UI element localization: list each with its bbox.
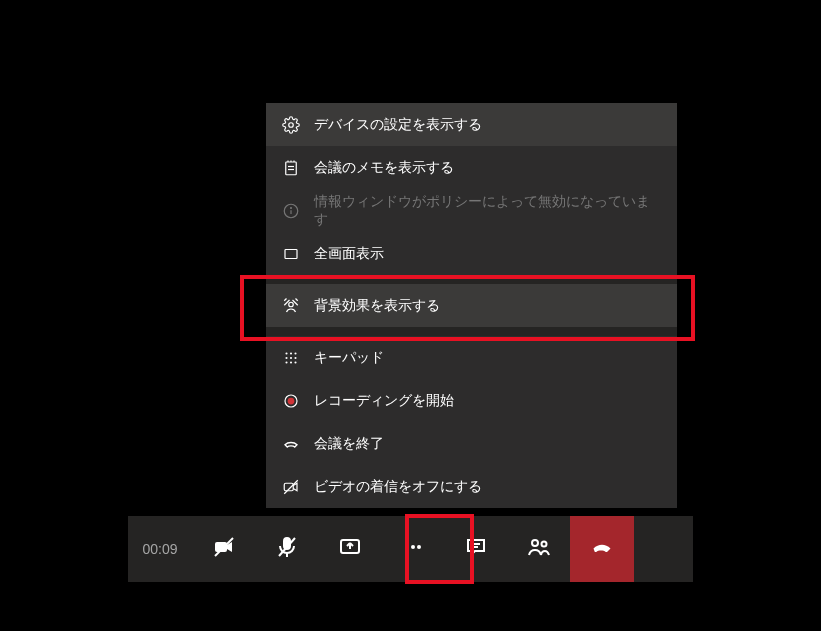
menu-end-meeting[interactable]: 会議を終了 [266, 422, 677, 465]
menu-video-incoming-off[interactable]: ビデオの着信をオフにする [266, 465, 677, 508]
keypad-icon [282, 349, 300, 367]
menu-meeting-notes[interactable]: 会議のメモを表示する [266, 146, 677, 189]
svg-point-16 [285, 352, 287, 354]
menu-item-label: ビデオの着信をオフにする [314, 478, 482, 496]
gear-icon [282, 116, 300, 134]
notes-icon [282, 159, 300, 177]
menu-item-label: デバイスの設定を表示する [314, 116, 482, 134]
svg-point-36 [411, 545, 415, 549]
svg-line-28 [284, 480, 298, 494]
share-screen-button[interactable] [318, 516, 381, 582]
menu-separator [266, 327, 677, 336]
menu-item-label: キーパッド [314, 349, 384, 367]
share-icon [338, 535, 362, 563]
background-effects-icon [282, 297, 300, 315]
svg-line-14 [296, 298, 298, 300]
svg-point-35 [405, 545, 409, 549]
video-off-icon [282, 478, 300, 496]
svg-point-24 [294, 361, 296, 363]
hangup-button[interactable] [570, 516, 634, 582]
svg-point-22 [285, 361, 287, 363]
svg-point-17 [290, 352, 292, 354]
menu-item-label: 全画面表示 [314, 245, 384, 263]
info-icon [282, 202, 300, 220]
record-icon [282, 392, 300, 410]
more-icon [401, 535, 425, 563]
mic-toggle-button[interactable] [255, 516, 318, 582]
camera-toggle-button[interactable] [192, 516, 255, 582]
svg-point-40 [532, 540, 538, 546]
call-timer: 00:09 [128, 541, 192, 557]
svg-point-41 [541, 542, 546, 547]
svg-point-0 [289, 122, 294, 127]
svg-point-18 [294, 352, 296, 354]
end-meeting-icon [282, 435, 300, 453]
chat-button[interactable] [444, 516, 507, 582]
svg-point-21 [294, 356, 296, 358]
more-actions-menu: デバイスの設定を表示する 会議のメモを表示する 情報ウィンドウがポリシーによって… [266, 103, 677, 508]
menu-item-label: 背景効果を表示する [314, 297, 440, 315]
menu-item-label: 会議のメモを表示する [314, 159, 454, 177]
svg-point-11 [289, 302, 294, 307]
hangup-icon [590, 535, 614, 563]
svg-point-19 [285, 356, 287, 358]
menu-fullscreen[interactable]: 全画面表示 [266, 232, 677, 275]
svg-line-12 [284, 298, 286, 300]
menu-item-label: 会議を終了 [314, 435, 384, 453]
menu-separator [266, 275, 677, 284]
svg-point-37 [417, 545, 421, 549]
svg-point-9 [291, 207, 292, 208]
menu-background-effects[interactable]: 背景効果を表示する [266, 284, 677, 327]
menu-device-settings[interactable]: デバイスの設定を表示する [266, 103, 677, 146]
menu-keypad[interactable]: キーパッド [266, 336, 677, 379]
people-icon [527, 535, 551, 563]
menu-info-disabled: 情報ウィンドウがポリシーによって無効になっています [266, 189, 677, 232]
menu-start-recording[interactable]: レコーディングを開始 [266, 379, 677, 422]
menu-item-label: 情報ウィンドウがポリシーによって無効になっています [314, 193, 661, 229]
more-actions-button[interactable] [381, 516, 444, 582]
fullscreen-icon [282, 245, 300, 263]
mic-off-icon [275, 535, 299, 563]
svg-point-23 [290, 361, 292, 363]
call-toolbar: 00:09 [128, 516, 693, 582]
svg-point-26 [288, 397, 295, 404]
svg-point-20 [290, 356, 292, 358]
participants-button[interactable] [507, 516, 570, 582]
svg-rect-1 [286, 162, 297, 175]
menu-item-label: レコーディングを開始 [314, 392, 454, 410]
chat-icon [464, 535, 488, 563]
camera-off-icon [212, 535, 236, 563]
svg-rect-10 [285, 249, 297, 258]
